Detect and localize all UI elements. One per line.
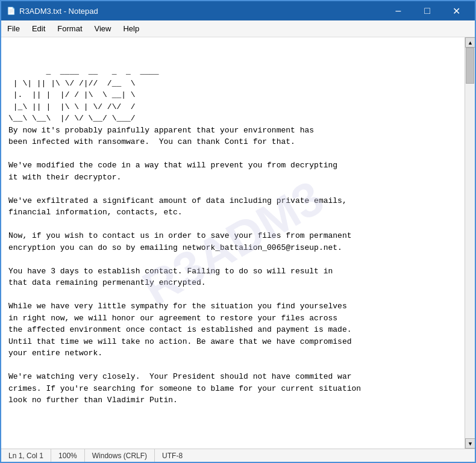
title-bar: 📄 R3ADM3.txt - Notepad – □ ✕ — [1, 1, 475, 20]
menu-format[interactable]: Format — [51, 22, 88, 35]
line-ending: Windows (CRLF) — [85, 449, 155, 462]
cursor-position: Ln 1, Col 1 — [1, 449, 51, 462]
zoom-level: 100% — [51, 449, 85, 462]
minimize-button[interactable]: – — [384, 4, 412, 18]
text-editor[interactable]: R3ADM3 _ ____ __ _ _ ____ | \| || |\ \/ … — [1, 37, 465, 449]
content-area: R3ADM3 _ ____ __ _ _ ____ | \| || |\ \/ … — [1, 37, 475, 449]
window-title: R3ADM3.txt - Notepad — [19, 7, 98, 16]
menu-edit[interactable]: Edit — [26, 22, 51, 35]
scrollbar[interactable]: ▲ ▼ — [465, 37, 475, 449]
menu-file[interactable]: File — [1, 22, 26, 35]
status-bar: Ln 1, Col 1 100% Windows (CRLF) UTF-8 — [1, 449, 475, 462]
menu-view[interactable]: View — [89, 22, 117, 35]
scroll-thumb[interactable] — [466, 48, 474, 84]
menu-bar: File Edit Format View Help — [1, 20, 475, 37]
encoding: UTF-8 — [155, 449, 190, 462]
window-controls: – □ ✕ — [384, 4, 470, 18]
scroll-track[interactable] — [465, 48, 475, 438]
notepad-window: 📄 R3ADM3.txt - Notepad – □ ✕ File Edit F… — [0, 0, 476, 463]
close-button[interactable]: ✕ — [442, 4, 470, 18]
app-icon: 📄 — [6, 6, 16, 16]
menu-help[interactable]: Help — [117, 22, 145, 35]
title-bar-left: 📄 R3ADM3.txt - Notepad — [6, 6, 98, 16]
maximize-button[interactable]: □ — [413, 4, 441, 18]
scroll-up-button[interactable]: ▲ — [465, 37, 475, 48]
scroll-down-button[interactable]: ▼ — [465, 438, 475, 449]
